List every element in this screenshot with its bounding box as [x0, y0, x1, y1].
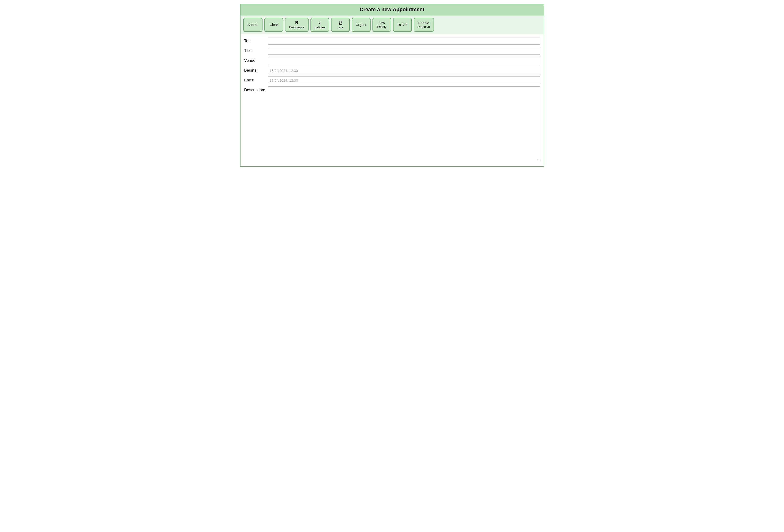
- urgent-button[interactable]: Urgent: [352, 18, 371, 32]
- title-row: Title:: [244, 47, 540, 55]
- enable-proposal-bottom: Proposal: [418, 25, 430, 29]
- underline-button[interactable]: U Line: [331, 18, 350, 32]
- form-body: To: Title: Venue: Begins: Ends: Descript…: [241, 34, 544, 166]
- description-row: Description:: [244, 86, 540, 161]
- clear-button[interactable]: Clear: [264, 18, 283, 32]
- submit-button[interactable]: Submit: [243, 18, 263, 32]
- form-title: Create a new Appointment: [241, 4, 544, 16]
- italicise-button[interactable]: I Italicise: [310, 18, 329, 32]
- to-input[interactable]: [268, 37, 540, 45]
- to-label: To:: [244, 38, 268, 43]
- title-label: Title:: [244, 49, 268, 53]
- ends-label: Ends:: [244, 78, 268, 83]
- begins-input[interactable]: [268, 67, 540, 74]
- italicise-bottom: Italicise: [315, 26, 325, 29]
- italicise-top: I: [315, 20, 325, 26]
- rsvp-button[interactable]: RSVP: [393, 18, 412, 32]
- venue-row: Venue:: [244, 57, 540, 64]
- enable-proposal-top: Enable: [418, 21, 430, 25]
- enable-proposal-button[interactable]: Enable Proposal: [414, 18, 434, 32]
- description-textarea[interactable]: [268, 86, 540, 161]
- clear-label: Clear: [270, 23, 278, 27]
- low-priority-button[interactable]: Low Priority: [372, 18, 391, 32]
- appointment-form: Create a new Appointment Submit Clear B …: [240, 4, 544, 167]
- to-row: To:: [244, 37, 540, 45]
- emphasise-bottom: Emphasise: [289, 26, 304, 29]
- description-label: Description:: [244, 86, 268, 92]
- begins-label: Begins:: [244, 68, 268, 73]
- title-input[interactable]: [268, 47, 540, 55]
- submit-label: Submit: [248, 23, 258, 27]
- emphasise-top: B: [289, 20, 304, 26]
- venue-label: Venue:: [244, 58, 268, 63]
- low-priority-top: Low: [377, 21, 387, 25]
- ends-input[interactable]: [268, 77, 540, 84]
- emphasise-button[interactable]: B Emphasise: [285, 18, 308, 32]
- underline-top: U: [335, 20, 345, 26]
- underline-bottom: Line: [335, 26, 345, 29]
- begins-row: Begins:: [244, 67, 540, 74]
- urgent-label: Urgent: [356, 23, 366, 27]
- ends-row: Ends:: [244, 77, 540, 84]
- low-priority-bottom: Priority: [377, 25, 387, 29]
- toolbar: Submit Clear B Emphasise I Italicise U L…: [241, 16, 544, 34]
- venue-input[interactable]: [268, 57, 540, 64]
- rsvp-label: RSVP: [397, 23, 407, 27]
